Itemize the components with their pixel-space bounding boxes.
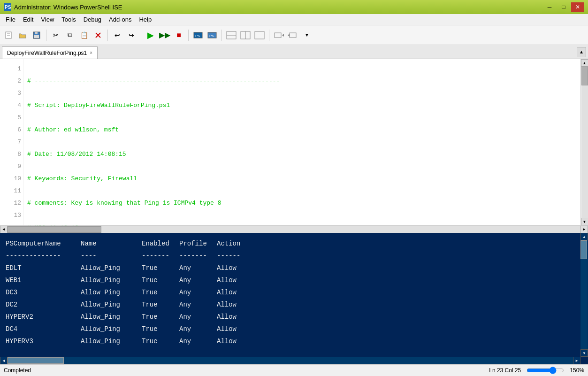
editor-hscroll-right[interactable]: ►: [580, 226, 588, 233]
menu-tools[interactable]: Tools: [58, 15, 79, 24]
toolbar-copy[interactable]: ⧉: [63, 28, 76, 42]
row6-action: Allow: [217, 335, 254, 347]
app-icon: PS: [4, 3, 11, 11]
row4-name: Allow_Ping: [81, 311, 142, 323]
menu-file[interactable]: File: [2, 15, 19, 24]
status-bar: Completed Ln 23 Col 25 150%: [0, 364, 588, 376]
line-num-13: 13: [2, 209, 21, 222]
code-area[interactable]: # --------------------------------------…: [23, 59, 580, 225]
row5-enabled: True: [142, 323, 179, 335]
title-bar: PS Administrator: Windows PowerShell ISE…: [0, 0, 588, 14]
toolbar-extra1[interactable]: [272, 28, 285, 42]
toolbar-cut[interactable]: ✂: [49, 28, 62, 42]
output-scroll-up-btn[interactable]: ▲: [580, 233, 588, 240]
cursor-position: Ln 23 Col 25: [489, 367, 521, 374]
toolbar-save[interactable]: [30, 28, 43, 42]
row5-name: Allow_Ping: [81, 323, 142, 335]
menu-edit[interactable]: Edit: [19, 15, 37, 24]
output-col3-header: Enabled: [142, 238, 179, 250]
status-right: Ln 23 Col 25 150%: [489, 367, 584, 374]
main-content: 1 2 3 4 5 6 7 8 9 10 11 12 13 # --------…: [0, 59, 588, 364]
zoom-slider[interactable]: [527, 367, 564, 374]
toolbar-new[interactable]: [2, 28, 15, 42]
toolbar-dropdown[interactable]: ▼: [300, 28, 313, 42]
menu-help[interactable]: Help: [135, 15, 155, 24]
toolbar-redo[interactable]: ↪: [125, 28, 138, 42]
editor-hscroll-thumb[interactable]: [8, 226, 101, 233]
output-hscroll-right[interactable]: ►: [573, 357, 580, 364]
maximize-button[interactable]: □: [557, 2, 570, 12]
row1-enabled: True: [142, 274, 179, 286]
output-sep2: ----: [81, 250, 142, 262]
line-num-2: 2: [2, 75, 21, 87]
toolbar-console[interactable]: PS: [206, 28, 219, 42]
row2-action: Allow: [217, 286, 254, 299]
output-hscroll-thumb[interactable]: [8, 357, 64, 364]
row2-computer: DC3: [6, 286, 81, 299]
output-scrollbar-v: ▲ ▼: [580, 233, 588, 357]
line-num-8: 8: [2, 148, 21, 161]
row3-name: Allow_Ping: [81, 299, 142, 311]
row0-computer: EDLT: [6, 262, 81, 274]
editor-scroll-up-btn[interactable]: ▲: [581, 59, 588, 67]
row0-action: Allow: [217, 262, 254, 274]
svg-text:PS: PS: [209, 34, 214, 38]
editor-scroll-thumb[interactable]: [581, 67, 588, 85]
title-bar-left: PS Administrator: Windows PowerShell ISE: [4, 3, 122, 11]
output-header-row: PSComputerName Name Enabled Profile Acti…: [6, 238, 582, 250]
output-scroll-down-btn[interactable]: ▼: [580, 349, 588, 357]
output-col1-header: PSComputerName: [6, 238, 81, 250]
toolbar-sep2: [107, 30, 108, 41]
editor-hscroll: ◄ ►: [0, 225, 588, 233]
toolbar-sep6: [269, 30, 269, 41]
row2-profile: Any: [179, 286, 217, 299]
svg-rect-19: [290, 33, 296, 38]
toolbar-run[interactable]: ▶: [144, 28, 157, 42]
editor-hscroll-left[interactable]: ◄: [0, 226, 8, 233]
output-data-row-0: EDLT Allow_Ping True Any Allow: [6, 262, 582, 274]
output-hscroll-track[interactable]: [8, 357, 573, 364]
svg-text:PS: PS: [195, 34, 200, 38]
menu-addons[interactable]: Add-ons: [105, 15, 135, 24]
toolbar-clear[interactable]: [92, 28, 105, 42]
output-content[interactable]: PSComputerName Name Enabled Profile Acti…: [0, 233, 588, 364]
row3-profile: Any: [179, 299, 217, 311]
menu-view[interactable]: View: [37, 15, 58, 24]
title-text: Administrator: Windows PowerShell ISE: [14, 4, 122, 11]
toolbar-runsel[interactable]: ▶▶: [158, 28, 171, 42]
output-scroll-thumb[interactable]: [580, 240, 587, 259]
line-num-1: 1: [2, 63, 21, 75]
toolbar-open[interactable]: [16, 28, 29, 42]
code-line-4: # Date: 11/08/2012 14:08:15: [27, 148, 577, 161]
toolbar-paste[interactable]: 📋: [77, 28, 91, 42]
svg-rect-17: [275, 33, 281, 38]
editor-scroll-down-btn[interactable]: ▼: [581, 218, 588, 225]
toolbar-stop[interactable]: ■: [172, 28, 185, 42]
output-data-row-1: WEB1 Allow_Ping True Any Allow: [6, 274, 582, 286]
toolbar-pane1[interactable]: [225, 28, 238, 42]
close-button[interactable]: ✕: [571, 2, 584, 12]
tab-scroll-up[interactable]: ▲: [577, 47, 586, 57]
output-scroll-track[interactable]: [580, 240, 587, 349]
toolbar-pane2[interactable]: [239, 28, 252, 42]
editor-tab[interactable]: DeployFireWallRuleForPing.ps1 ×: [2, 46, 98, 59]
menu-debug[interactable]: Debug: [80, 15, 105, 24]
row1-name: Allow_Ping: [81, 274, 142, 286]
output-separator-row: -------------- ---- ------- ------- ----…: [6, 250, 582, 262]
output-hscroll-left[interactable]: ◄: [0, 357, 8, 364]
editor-hscroll-track[interactable]: [8, 226, 580, 233]
svg-rect-6: [35, 32, 38, 34]
toolbar-pane3[interactable]: [253, 28, 266, 42]
minimize-button[interactable]: ─: [543, 2, 556, 12]
row4-action: Allow: [217, 311, 254, 323]
toolbar-psremote[interactable]: PS: [191, 28, 205, 42]
tab-bar: DeployFireWallRuleForPing.ps1 × ▲: [0, 45, 588, 59]
title-controls: ─ □ ✕: [543, 2, 584, 12]
tab-close-btn[interactable]: ×: [90, 50, 92, 55]
row6-computer: HYPERV3: [6, 335, 81, 347]
line-num-11: 11: [2, 185, 21, 197]
editor-scroll-track[interactable]: [581, 67, 588, 218]
code-line-7: # HSG-11-13-12: [27, 222, 577, 225]
toolbar-extra2[interactable]: [286, 28, 299, 42]
toolbar-undo[interactable]: ↩: [111, 28, 124, 42]
